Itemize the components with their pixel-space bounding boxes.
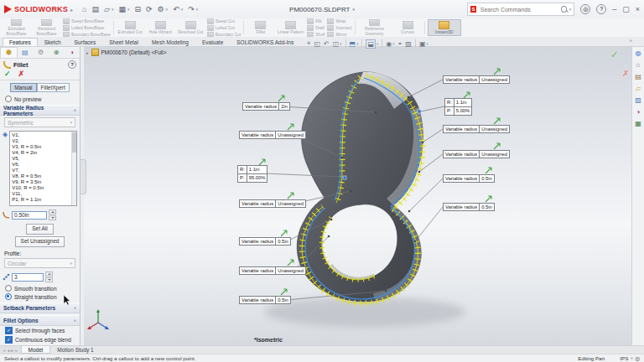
dimxpert-manager-tab-icon[interactable]: ⊕ bbox=[49, 48, 65, 58]
callout-variable-radius[interactable]: Variable radius 0.5in bbox=[239, 237, 291, 246]
tab-surfaces[interactable]: Surfaces bbox=[68, 38, 103, 46]
callout-control-point[interactable]: R:1.1in P:95.00% bbox=[237, 165, 267, 183]
graphics-viewport[interactable]: ▸ PM000670 (Default) <Full> ✓ ✗ Variable… bbox=[84, 47, 631, 345]
search-scope-icon[interactable]: S bbox=[470, 6, 476, 13]
home-icon[interactable]: ⌂ bbox=[82, 5, 86, 13]
list-scrollbar[interactable] bbox=[71, 132, 76, 205]
vertex-list[interactable]: V1, V2, V3, R = 0.5in V4, R = 2in V5, V6… bbox=[9, 131, 77, 206]
display-manager-tab-icon[interactable]: ◑ bbox=[64, 48, 80, 58]
search-caret-icon[interactable]: ▾ bbox=[569, 7, 572, 12]
reference-geometry-button[interactable]: Reference Geometry bbox=[358, 19, 392, 36]
section-collapse-icon[interactable]: ˄ bbox=[74, 318, 76, 323]
callout-variable-radius[interactable]: Variable radius Unassigned bbox=[443, 75, 510, 84]
callout-variable-radius[interactable]: Variable radius Unassigned bbox=[443, 125, 510, 133]
callout-control-point[interactable]: R:1.1in P:5.00% bbox=[444, 98, 472, 116]
display-style-icon[interactable]: ⬓ bbox=[366, 39, 376, 49]
draft-button[interactable]: Draft bbox=[307, 25, 325, 31]
close-button[interactable]: × bbox=[636, 5, 640, 13]
help-icon[interactable]: ? bbox=[596, 4, 606, 14]
view-orientation-icon[interactable]: ⬒ bbox=[350, 40, 356, 48]
instances-spinner[interactable] bbox=[45, 272, 53, 282]
list-item[interactable]: V3, R = 0.5in bbox=[12, 144, 70, 150]
restore-button[interactable]: ▢ bbox=[622, 5, 630, 13]
fillet-button[interactable]: Fillet bbox=[247, 19, 274, 36]
revolved-cut-button[interactable]: Revolved Cut bbox=[177, 19, 205, 36]
configuration-manager-tab-icon[interactable]: ⚙ bbox=[33, 48, 49, 58]
section-collapse-icon[interactable]: ˄ bbox=[74, 108, 76, 113]
intersect-button[interactable]: Intersect bbox=[327, 25, 351, 31]
spin-down-icon[interactable] bbox=[45, 277, 53, 282]
symmetric-dropdown[interactable]: Symmetric ▾ bbox=[4, 117, 75, 127]
tab-sketch[interactable]: Sketch bbox=[38, 38, 68, 46]
profile-dropdown[interactable]: Circular ▾ bbox=[4, 258, 75, 268]
list-item[interactable]: V2, bbox=[12, 138, 70, 144]
tab-sheet-metal[interactable]: Sheet Metal bbox=[102, 38, 145, 46]
callout-variable-radius[interactable]: Variable radius 0.5in bbox=[443, 203, 495, 211]
model-3d[interactable] bbox=[297, 72, 423, 303]
tab-solidworks-add-ins[interactable]: SOLIDWORKS Add-Ins bbox=[230, 38, 300, 46]
spin-down-icon[interactable] bbox=[49, 215, 56, 220]
zoom-area-icon[interactable]: ◱ bbox=[314, 40, 321, 48]
control-point-p1[interactable] bbox=[343, 176, 346, 179]
select-through-faces-option[interactable]: ✓ Select through faces bbox=[0, 326, 80, 335]
redo-icon[interactable]: ↷ bbox=[188, 5, 195, 13]
zoom-fit-icon[interactable]: ⌖ bbox=[307, 39, 311, 48]
variable-radius-parameters-header[interactable]: Variable Radius Parameters ˄ bbox=[0, 105, 80, 116]
instances-input[interactable]: 3 bbox=[12, 273, 44, 282]
callout-variable-radius[interactable]: Variable radius Unassigned bbox=[239, 131, 306, 139]
tab-mesh-modeling[interactable]: Mesh Modeling bbox=[145, 38, 195, 46]
search-input[interactable] bbox=[479, 6, 558, 13]
callout-variable-radius[interactable]: Variable radius 0.5in bbox=[239, 296, 291, 304]
previous-view-icon[interactable]: ↶ bbox=[324, 40, 330, 48]
task-pane-home-icon[interactable]: ⌂ bbox=[636, 61, 641, 69]
fillet-options-header[interactable]: Fillet Options ˄ bbox=[0, 315, 80, 326]
list-item[interactable]: P1, R = 1.1in bbox=[12, 197, 70, 203]
toolbar-expand-icon[interactable]: ▸ bbox=[70, 7, 73, 13]
curves-button[interactable]: Curves bbox=[394, 19, 422, 36]
confirmation-cancel-icon[interactable]: ✗ bbox=[622, 69, 629, 78]
custom-properties-icon[interactable]: ▦ bbox=[635, 120, 641, 127]
units-label[interactable]: IPS bbox=[620, 355, 628, 361]
tab-scroll-controls[interactable]: « ◂ ▸ » bbox=[0, 346, 21, 354]
status-tag-icon[interactable]: ◎ bbox=[636, 355, 640, 361]
wrap-button[interactable]: Wrap bbox=[327, 18, 351, 24]
list-item[interactable]: V8, R = 0.5in bbox=[12, 173, 70, 179]
swept-cut-button[interactable]: Swept Cut bbox=[207, 18, 242, 24]
list-item[interactable]: V4, R = 2in bbox=[12, 150, 70, 156]
property-manager-tab-icon[interactable]: ▤ bbox=[18, 48, 34, 58]
section-view-caret-icon[interactable]: ▾ bbox=[340, 42, 341, 46]
list-item[interactable]: V10, R = 0.5in bbox=[12, 185, 70, 191]
tab-evaluate[interactable]: Evaluate bbox=[195, 38, 230, 46]
swept-boss-button[interactable]: Swept Boss/Base bbox=[63, 18, 111, 24]
confirmation-ok-icon[interactable]: ✓ bbox=[610, 49, 618, 60]
straight-transition-radio[interactable] bbox=[5, 293, 12, 300]
scrollbar-thumb[interactable] bbox=[72, 132, 76, 153]
control-point-p2[interactable] bbox=[418, 110, 421, 113]
file-explorer-icon[interactable]: ▱ bbox=[636, 85, 641, 92]
appearances-scenes-icon[interactable]: ◑ bbox=[636, 108, 641, 116]
solidworks-resources-icon[interactable]: ◍ bbox=[636, 49, 641, 57]
tab-model[interactable]: Model bbox=[21, 346, 51, 354]
save-icon[interactable]: ▦ bbox=[118, 5, 126, 13]
revolved-boss-button[interactable]: Revolved Boss/Base bbox=[33, 19, 60, 36]
select-through-faces-checkbox[interactable]: ✓ bbox=[5, 327, 13, 334]
redo-caret-icon[interactable]: ▾ bbox=[196, 7, 199, 12]
no-preview-radio[interactable] bbox=[5, 96, 12, 102]
manual-mode-button[interactable]: Manual bbox=[10, 83, 36, 92]
design-library-icon[interactable]: ▤ bbox=[635, 73, 641, 80]
search-commands-box[interactable]: S ▾ bbox=[467, 3, 574, 16]
callout-variable-radius[interactable]: Variable radius 2in bbox=[242, 102, 290, 111]
tab-scroll-next-icon[interactable]: ▸ bbox=[11, 348, 13, 353]
continuous-edge-blend-option[interactable]: ✓ Continuous edge blend bbox=[0, 335, 80, 344]
edit-appearance-icon[interactable]: ◓ bbox=[398, 40, 402, 48]
lofted-cut-button[interactable]: Lofted Cut bbox=[207, 25, 242, 31]
ribbon-collapse-icon[interactable]: ˄ bbox=[629, 39, 632, 44]
view-settings-icon[interactable]: ▣ bbox=[419, 40, 426, 48]
set-all-button[interactable]: Set All bbox=[26, 224, 53, 235]
user-account-icon[interactable]: ◎ bbox=[580, 4, 590, 14]
options-icon[interactable]: ⚙ bbox=[158, 5, 164, 13]
extruded-boss-button[interactable]: Extruded Boss/Base bbox=[3, 19, 30, 36]
rib-button[interactable]: Rib bbox=[307, 18, 325, 24]
no-preview-option[interactable]: No preview bbox=[0, 95, 80, 103]
document-title-caret-icon[interactable]: ▾ bbox=[352, 7, 355, 12]
